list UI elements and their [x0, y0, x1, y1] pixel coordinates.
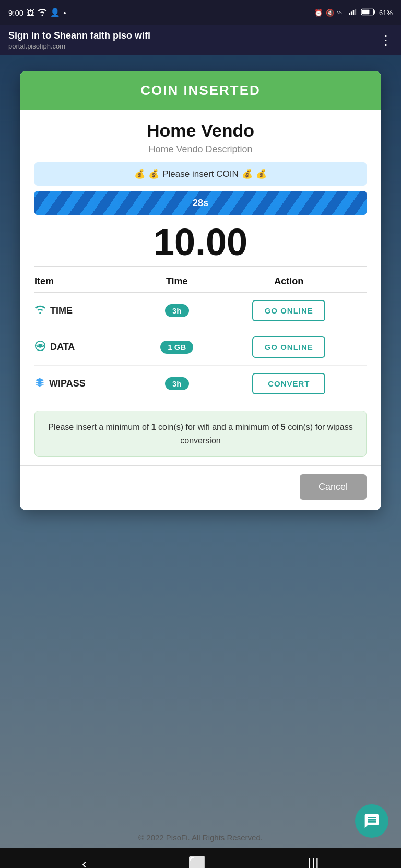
go-online-button-1[interactable]: GO ONLINE — [252, 300, 325, 321]
item-data: DATA — [34, 340, 139, 354]
item-wipass: WIPASS — [34, 377, 139, 390]
table-row: TIME 3h GO ONLINE — [34, 293, 367, 329]
nav-back-button[interactable]: ‹ — [82, 855, 87, 868]
signal-strength-icon — [349, 8, 358, 17]
table-row: DATA 1 GB GO ONLINE — [34, 329, 367, 366]
coin-inserted-banner: COIN INSERTED — [20, 71, 381, 110]
browser-url: portal.pisofiph.com — [8, 42, 150, 50]
item-data-label: DATA — [50, 342, 75, 353]
nav-home-button[interactable]: ⬜ — [188, 855, 206, 869]
wifi-item-icon — [34, 305, 46, 317]
time-badge-1: 3h — [165, 304, 189, 317]
svg-rect-4 — [355, 9, 357, 15]
countdown-label: 28s — [193, 198, 208, 209]
svg-rect-3 — [353, 10, 355, 15]
bottom-navigation: ‹ ⬜ ||| — [0, 848, 401, 868]
user-icon: 👤 — [50, 8, 60, 17]
mute-icon: 🔇 — [326, 9, 334, 17]
svg-rect-6 — [374, 10, 375, 14]
alarm-icon: ⏰ — [314, 9, 323, 17]
svg-rect-7 — [362, 9, 369, 14]
svg-rect-2 — [351, 11, 352, 15]
footer-copyright: © 2022 PisoFi. All Rights Reserved. — [0, 833, 401, 842]
modal-dialog: COIN INSERTED Home Vendo Home Vendo Desc… — [20, 71, 381, 510]
col-header-action: Action — [215, 271, 367, 293]
browser-bar: Sign in to Sheann faith piso wifi portal… — [0, 25, 401, 55]
status-left: 9:00 🖼 👤 • — [8, 8, 66, 17]
modal-footer: Cancel — [20, 465, 381, 510]
item-time: TIME — [34, 305, 139, 317]
svg-rect-1 — [349, 13, 350, 15]
photo-icon: 🖼 — [27, 8, 34, 17]
time-badge-2: 1 GB — [160, 341, 193, 354]
countdown-progress-bar: 28s — [34, 191, 367, 215]
cancel-button[interactable]: Cancel — [300, 474, 367, 500]
coin-icon-right: 💰 — [242, 168, 253, 179]
table-row: WIPASS 3h CONVERT — [34, 366, 367, 402]
wipass-item-icon — [34, 377, 45, 390]
lte-icon: Vo — [337, 8, 346, 17]
item-wipass-label: WIPASS — [49, 378, 86, 389]
items-table: Item Time Action — [34, 271, 367, 402]
modal-title: Home Vendo — [34, 120, 367, 141]
coin-icon-right2: 💰 — [256, 168, 267, 179]
convert-button[interactable]: CONVERT — [252, 373, 325, 394]
browser-title: Sign in to Sheann faith piso wifi — [8, 30, 150, 41]
insert-coin-bar: 💰 💰 Please insert COIN 💰 💰 — [34, 162, 367, 186]
data-item-icon — [34, 340, 46, 354]
time-badge-3: 3h — [165, 377, 189, 390]
battery-percent: 61% — [379, 9, 393, 17]
coin-icon-left: 💰 — [134, 168, 145, 179]
info-box: Please insert a minimum of 1 coin(s) for… — [34, 411, 367, 457]
background-page: COIN INSERTED Home Vendo Home Vendo Desc… — [0, 55, 401, 868]
item-time-label: TIME — [50, 305, 73, 316]
col-header-item: Item — [34, 271, 143, 293]
chat-fab-button[interactable] — [355, 804, 388, 838]
browser-menu-button[interactable]: ⋮ — [379, 33, 393, 47]
nav-recents-button[interactable]: ||| — [308, 855, 319, 868]
modal-description: Home Vendo Description — [34, 144, 367, 155]
amount-display: 10.00 — [34, 223, 367, 261]
divider-top — [34, 266, 367, 267]
coin-icon-left2: 💰 — [148, 168, 159, 179]
go-online-button-2[interactable]: GO ONLINE — [252, 336, 325, 358]
modal-body: Home Vendo Home Vendo Description 💰 💰 Pl… — [20, 110, 381, 457]
battery-icon — [361, 8, 376, 17]
insert-coin-text: Please insert COIN — [162, 169, 239, 179]
wifi-status-icon — [38, 8, 47, 17]
svg-text:Vo: Vo — [337, 10, 342, 15]
status-right: ⏰ 🔇 Vo 61% — [314, 8, 393, 17]
col-header-time: Time — [143, 271, 215, 293]
time-display: 9:00 — [8, 8, 23, 17]
dot-indicator: • — [63, 8, 66, 17]
status-bar: 9:00 🖼 👤 • ⏰ 🔇 Vo 61% — [0, 0, 401, 25]
